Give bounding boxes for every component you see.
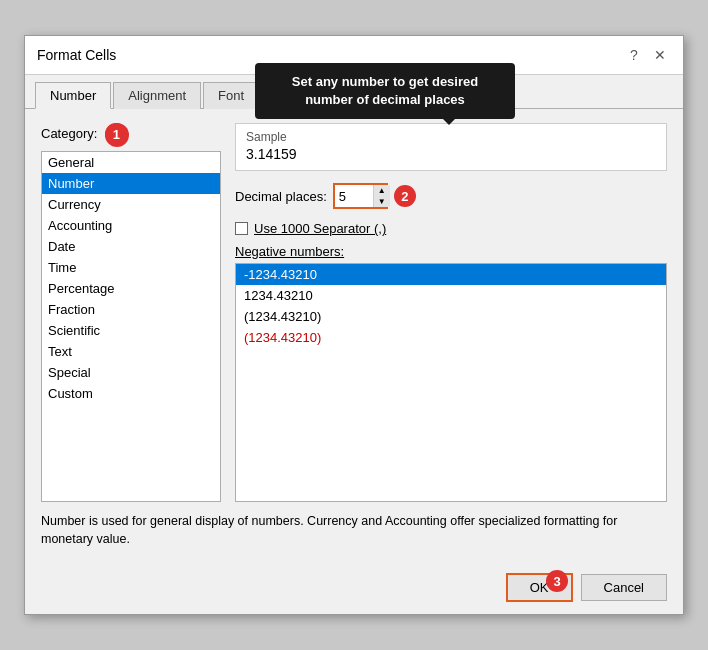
- category-item-time[interactable]: Time: [42, 257, 220, 278]
- decimal-row: Decimal places: ▲ ▼ 2: [235, 183, 667, 209]
- dialog-body: Category: 1 General Number Currency Acco…: [25, 109, 683, 563]
- negative-label: Negative numbers:: [235, 244, 667, 259]
- category-label: Category:: [41, 126, 97, 141]
- category-item-accounting[interactable]: Accounting: [42, 215, 220, 236]
- negative-list[interactable]: -1234.43210 1234.43210 (1234.43210) (123…: [235, 263, 667, 502]
- dialog-title: Format Cells: [37, 47, 116, 63]
- category-item-date[interactable]: Date: [42, 236, 220, 257]
- options-panel: Set any number to get desired number of …: [235, 123, 667, 502]
- category-panel: Category: 1 General Number Currency Acco…: [41, 123, 221, 502]
- tooltip-callout: Set any number to get desired number of …: [255, 63, 515, 119]
- category-item-scientific[interactable]: Scientific: [42, 320, 220, 341]
- decimal-input-wrap: ▲ ▼: [333, 183, 388, 209]
- title-bar-controls: ? ✕: [623, 44, 671, 66]
- category-item-custom[interactable]: Custom: [42, 383, 220, 404]
- cancel-button[interactable]: Cancel: [581, 574, 667, 601]
- separator-label[interactable]: Use 1000 Separator (,): [254, 221, 386, 236]
- spinner-buttons: ▲ ▼: [373, 185, 390, 207]
- category-item-number[interactable]: Number: [42, 173, 220, 194]
- spinner-up-button[interactable]: ▲: [374, 185, 390, 196]
- dialog-footer: 3 OK Cancel: [25, 563, 683, 614]
- category-item-percentage[interactable]: Percentage: [42, 278, 220, 299]
- badge-2-wrap: ▲ ▼ 2: [333, 183, 416, 209]
- separator-row: Use 1000 Separator (,): [235, 221, 667, 236]
- decimal-input[interactable]: [335, 187, 373, 206]
- negative-item-2[interactable]: (1234.43210): [236, 306, 666, 327]
- content-area: Category: 1 General Number Currency Acco…: [41, 123, 667, 502]
- badge-2: 2: [394, 185, 416, 207]
- category-list-wrapper: General Number Currency Accounting Date …: [41, 151, 221, 502]
- sample-label: Sample: [246, 130, 656, 144]
- negative-item-0[interactable]: -1234.43210: [236, 264, 666, 285]
- category-list[interactable]: General Number Currency Accounting Date …: [41, 151, 221, 502]
- format-cells-dialog: Format Cells ? ✕ Number Alignment Font B…: [24, 35, 684, 615]
- sample-value: 3.14159: [246, 146, 656, 162]
- spinner-down-button[interactable]: ▼: [374, 196, 390, 207]
- close-button[interactable]: ✕: [649, 44, 671, 66]
- tab-font[interactable]: Font: [203, 82, 259, 109]
- negative-item-3[interactable]: (1234.43210): [236, 327, 666, 348]
- help-button[interactable]: ?: [623, 44, 645, 66]
- badge-3: 3: [546, 570, 568, 592]
- category-item-special[interactable]: Special: [42, 362, 220, 383]
- negative-item-1[interactable]: 1234.43210: [236, 285, 666, 306]
- tooltip-text: Set any number to get desired number of …: [292, 74, 478, 107]
- category-item-currency[interactable]: Currency: [42, 194, 220, 215]
- tab-alignment[interactable]: Alignment: [113, 82, 201, 109]
- badge-1: 1: [105, 123, 127, 145]
- separator-checkbox[interactable]: [235, 222, 248, 235]
- decimal-label: Decimal places:: [235, 189, 327, 204]
- negative-section: Negative numbers: -1234.43210 1234.43210…: [235, 244, 667, 502]
- description-text: Number is used for general display of nu…: [41, 512, 667, 550]
- tab-number[interactable]: Number: [35, 82, 111, 109]
- category-item-general[interactable]: General: [42, 152, 220, 173]
- category-item-fraction[interactable]: Fraction: [42, 299, 220, 320]
- category-item-text[interactable]: Text: [42, 341, 220, 362]
